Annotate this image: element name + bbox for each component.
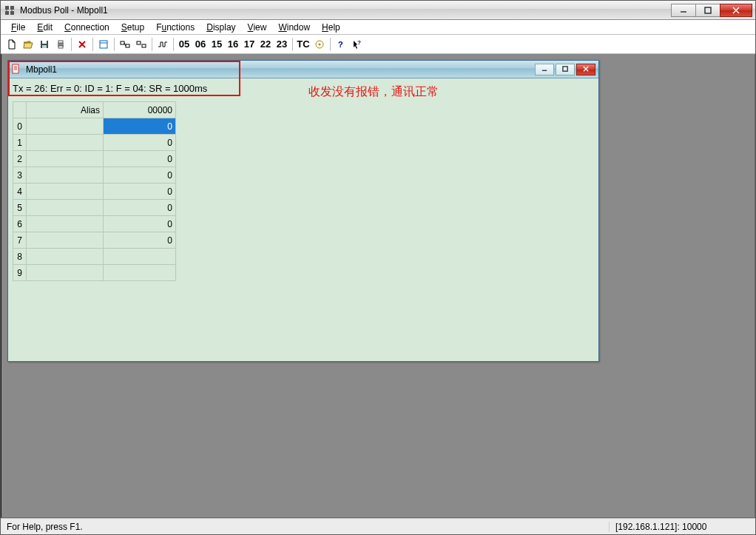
col-header-register[interactable]: 00000 (104, 102, 176, 118)
col-header-alias[interactable]: Alias (27, 102, 104, 118)
connect-icon[interactable] (117, 36, 133, 53)
row-index[interactable]: 7 (13, 232, 27, 249)
toolbar: 05 06 15 16 17 22 23 TC ? ? (1, 35, 755, 54)
disconnect-icon[interactable] (133, 36, 149, 53)
maximize-button[interactable] (695, 4, 720, 17)
row-index[interactable]: 1 (13, 135, 27, 151)
svg-rect-15 (58, 46, 63, 48)
child-maximize-button[interactable] (556, 64, 575, 75)
cell-alias[interactable] (27, 249, 104, 265)
toolbar-separator (292, 38, 293, 51)
delete-icon[interactable] (74, 36, 90, 53)
menu-functions[interactable]: Functions (150, 21, 200, 34)
menu-view[interactable]: View (242, 21, 273, 34)
func-17-button[interactable]: 17 (241, 36, 257, 53)
func-22-button[interactable]: 22 (257, 36, 274, 53)
table-row[interactable]: 60 (13, 216, 176, 232)
row-index[interactable]: 2 (13, 151, 27, 167)
log-icon[interactable] (311, 36, 328, 53)
cell-alias[interactable] (27, 265, 104, 281)
cell-value[interactable] (104, 265, 176, 281)
pulse-icon[interactable] (155, 36, 171, 53)
menu-file[interactable]: File (5, 21, 31, 34)
poll-status-line: Tx = 26: Err = 0: ID = 1: F = 04: SR = 1… (13, 81, 594, 101)
close-button[interactable] (720, 4, 752, 17)
whats-this-icon[interactable]: ? (349, 36, 365, 53)
toolbar-separator (152, 38, 152, 51)
table-row[interactable]: 40 (13, 184, 176, 200)
child-window-mbpoll1: Mbpoll1 Tx = 26: Err = 0: ID = 1: F = 04… (7, 60, 599, 362)
svg-rect-0 (5, 6, 9, 10)
row-index[interactable]: 0 (13, 118, 27, 135)
cell-alias[interactable] (27, 118, 104, 135)
row-index[interactable]: 5 (13, 200, 27, 216)
toolbar-separator (330, 38, 331, 51)
print-icon[interactable] (53, 36, 69, 53)
cell-alias[interactable] (27, 151, 104, 167)
func-05-button[interactable]: 05 (176, 36, 192, 53)
minimize-button[interactable] (671, 4, 696, 17)
menu-display[interactable]: Display (200, 21, 241, 34)
register-table[interactable]: Alias 00000 001020304050607089 (13, 101, 176, 281)
cell-alias[interactable] (27, 184, 104, 200)
tc-button[interactable]: TC (295, 36, 311, 53)
toolbar-separator (114, 38, 115, 51)
table-row[interactable]: 10 (13, 135, 176, 151)
func-06-button[interactable]: 06 (192, 36, 209, 53)
child-minimize-button[interactable] (535, 64, 554, 75)
help-icon[interactable]: ? (333, 36, 349, 53)
svg-point-26 (319, 43, 321, 45)
func-16-button[interactable]: 16 (225, 36, 241, 53)
svg-text:?: ? (357, 39, 361, 46)
table-row[interactable]: 9 (13, 265, 176, 281)
cell-alias[interactable] (27, 232, 104, 249)
new-icon[interactable] (4, 36, 20, 53)
definition-icon[interactable] (95, 36, 112, 53)
table-row[interactable]: 50 (13, 200, 176, 216)
table-row[interactable]: 20 (13, 151, 176, 167)
table-row[interactable]: 70 (13, 232, 176, 249)
child-window-title: Mbpoll1 (26, 64, 533, 75)
row-index[interactable]: 8 (13, 249, 27, 265)
cell-value[interactable]: 0 (104, 167, 176, 184)
doc-icon (11, 64, 23, 75)
row-index[interactable]: 6 (13, 216, 27, 232)
cell-alias[interactable] (27, 216, 104, 232)
menu-setup[interactable]: Setup (115, 21, 150, 34)
row-index[interactable]: 9 (13, 265, 27, 281)
row-index[interactable]: 4 (13, 184, 27, 200)
save-icon[interactable] (36, 36, 53, 53)
svg-rect-12 (42, 45, 47, 48)
open-icon[interactable] (20, 36, 36, 53)
cell-value[interactable]: 0 (104, 216, 176, 232)
menu-edit[interactable]: Edit (31, 21, 58, 34)
menu-help[interactable]: Help (316, 21, 346, 34)
status-connection: [192.168.1.121]: 10000 (609, 522, 712, 532)
func-23-button[interactable]: 23 (274, 36, 290, 53)
cell-value[interactable] (104, 249, 176, 265)
cell-value[interactable]: 0 (104, 232, 176, 249)
table-row[interactable]: 8 (13, 249, 176, 265)
table-row[interactable]: 30 (13, 167, 176, 184)
cell-alias[interactable] (27, 167, 104, 184)
status-help-text: For Help, press F1. (1, 522, 487, 532)
menu-connection[interactable]: Connection (58, 21, 115, 34)
svg-rect-11 (42, 41, 47, 44)
svg-rect-23 (137, 41, 141, 44)
cell-alias[interactable] (27, 200, 104, 216)
func-15-button[interactable]: 15 (209, 36, 225, 53)
svg-rect-2 (5, 11, 9, 15)
row-index[interactable]: 3 (13, 167, 27, 184)
cell-alias[interactable] (27, 135, 104, 151)
cell-value[interactable]: 0 (104, 200, 176, 216)
cell-value[interactable]: 0 (104, 135, 176, 151)
window-controls (672, 4, 752, 17)
svg-rect-1 (10, 6, 14, 10)
cell-value[interactable]: 0 (104, 184, 176, 200)
child-titlebar[interactable]: Mbpoll1 (8, 61, 598, 78)
cell-value[interactable]: 0 (104, 151, 176, 167)
menu-window[interactable]: Window (272, 21, 316, 34)
cell-value[interactable]: 0 (104, 118, 176, 135)
table-row[interactable]: 00 (13, 118, 176, 135)
child-close-button[interactable] (576, 64, 595, 75)
